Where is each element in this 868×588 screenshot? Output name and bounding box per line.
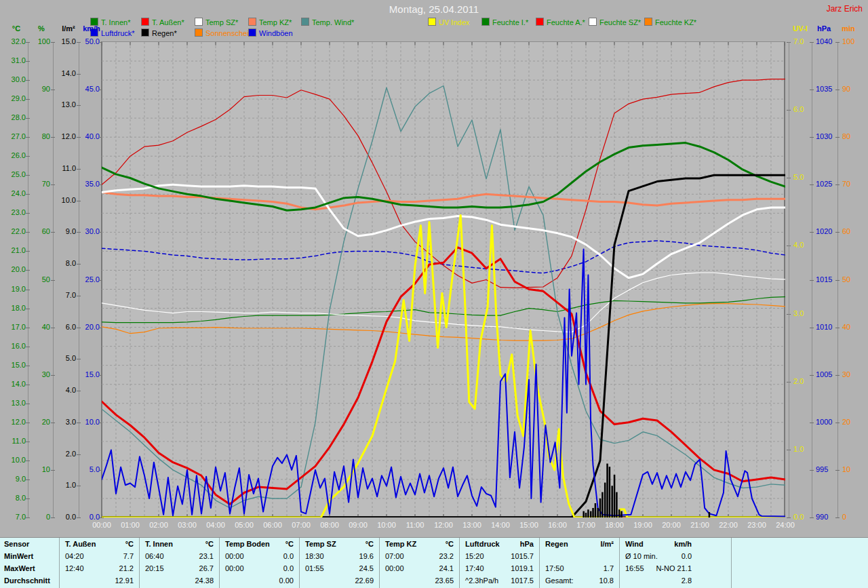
table-cell-value: 21.2 [119, 562, 134, 574]
tick-label-degC: 31.0 [0, 56, 26, 64]
rain-rate-bar [585, 513, 587, 517]
tick-mark-degC [26, 118, 30, 119]
table-cell-value: 24.1 [439, 562, 454, 574]
tick-label-degC: 23.0 [0, 208, 26, 216]
legend-swatch-icon [589, 18, 597, 26]
x-tick-label: 17:00 [576, 521, 595, 529]
tick-mark-degC [26, 80, 30, 81]
tick-mark-hpa [810, 375, 814, 376]
table-column-temp-kz: Temp KZ°C07:0023.200:0024.123.65 [380, 538, 460, 588]
tick-mark-lm2 [77, 105, 81, 106]
rain-rate-bar [609, 467, 611, 517]
x-tick-label: 02:00 [149, 521, 168, 529]
table-cell-time: ^2.3hPa/h [465, 574, 498, 587]
legend-item-feuchte-kz-[interactable]: Feuchte KZ* [644, 18, 696, 26]
table-column-t-innen: T. Innen°C06:4023.120:1526.724.38 [140, 538, 220, 588]
series-feuchte_a [102, 79, 785, 288]
legend-item-temp-kz-[interactable]: Temp KZ* [248, 18, 292, 26]
table-cell-value: °C [446, 538, 454, 550]
table-cell-time: Ø 10 min. [625, 550, 658, 562]
table-cell-time: Temp KZ [385, 538, 416, 550]
table-cell-time: 18:30 [305, 550, 324, 562]
table-cell-time: 00:00 [225, 562, 244, 574]
tick-mark-degC [26, 460, 30, 461]
tick-label-min: 20 [842, 418, 850, 426]
rain-rate-bar [597, 508, 599, 517]
tick-label-min: 30 [842, 370, 850, 378]
x-tick-label: 16:00 [548, 521, 567, 529]
tick-label-hpa: 1010 [816, 323, 832, 331]
legend-swatch-icon [644, 18, 652, 26]
legend-swatch-icon [481, 18, 490, 26]
tick-mark-lm2 [77, 454, 81, 455]
rain-rate-bar [618, 509, 620, 517]
tick-mark-degC [26, 442, 30, 442]
legend-item-regen-[interactable]: Regen* [141, 28, 177, 37]
tick-label-hpa: 995 [816, 465, 828, 473]
table-cell-value: hPa [520, 538, 534, 550]
x-tick-label: 23:00 [747, 521, 766, 529]
tick-mark-hpa [810, 90, 814, 90]
table-cell-value: 23.2 [439, 550, 454, 562]
tick-label-kmh: 0.0 [0, 513, 100, 521]
page-title: Montag, 25.04.2011 [0, 3, 868, 15]
table-cell-time: Wind [625, 538, 644, 550]
table-cell-time: 00:00 [225, 550, 244, 562]
legend-item-feuchte-i-[interactable]: Feuchte I.* [481, 18, 528, 26]
axis-unit-pct: % [38, 24, 45, 33]
table-cell-value: 23.65 [435, 574, 454, 587]
table-cell-value: 22.69 [355, 574, 374, 587]
table-cell-time: 15:20 [465, 550, 484, 562]
legend-item-feuchte-a-[interactable]: Feuchte A.* [536, 18, 585, 26]
tick-label-hpa: 1015 [816, 275, 832, 283]
legend-item-temp-wind-[interactable]: Temp. Wind* [301, 18, 354, 26]
legend-item-uv-index[interactable]: UV Index [428, 18, 469, 26]
legend-label: Regen* [152, 29, 177, 37]
tick-label-min: 100 [842, 37, 854, 45]
legend-item-temp-sz-[interactable]: Temp SZ* [195, 18, 238, 26]
table-row-label: Sensor [0, 538, 59, 550]
table-cell-time: 00:00 [385, 562, 404, 574]
table-cell-value: l/m² [600, 538, 614, 550]
table-cell-value: °C [205, 538, 214, 550]
weather-app-window: Montag, 25.04.2011 Jarz Erich T. Innen*T… [0, 0, 868, 588]
legend-item-feuchte-sz-[interactable]: Feuchte SZ* [589, 18, 641, 26]
tick-mark-degC [26, 479, 30, 480]
tick-label-hpa: 1040 [816, 37, 832, 45]
legend-item-t-au-en-[interactable]: T. Außen* [141, 18, 184, 26]
tick-mark-lm2 [77, 264, 81, 264]
table-row-labels-column: SensorMinWertMaxWertDurchschnitt [0, 538, 60, 588]
rain-rate-bar [595, 503, 597, 517]
legend-label: Feuchte SZ* [599, 18, 641, 26]
tick-label-lm2: 7.0 [0, 291, 76, 299]
tick-mark-min [835, 280, 840, 281]
plot-right-inner-border [789, 42, 789, 517]
tick-label-uv: 7.0 [793, 37, 804, 45]
tick-label-kmh: 45.0 [0, 85, 100, 93]
tick-mark-min [835, 470, 840, 471]
legend-item-windb-en[interactable]: Windböen [248, 28, 293, 37]
tick-label-min: 60 [842, 227, 850, 235]
tick-mark-min [835, 375, 840, 376]
tick-label-kmh: 50.0 [0, 37, 100, 45]
table-cell-time: Luftdruck [465, 538, 500, 550]
tick-label-min: 40 [842, 323, 850, 331]
tick-label-kmh: 25.0 [0, 275, 100, 283]
table-cell-value: 0.0 [682, 550, 726, 562]
table-cell-time: 01:55 [305, 562, 324, 574]
legend-item-sonnenschein[interactable]: Sonnenschein [195, 28, 253, 37]
legend-label: Temp SZ* [205, 18, 238, 26]
legend-swatch-icon [301, 18, 309, 26]
tick-label-hpa: 1030 [816, 132, 832, 140]
legend-swatch-icon [195, 18, 203, 26]
table-cell-value: 1019.1 [511, 562, 534, 574]
table-column-regen: Regenl/m²17:501.7Gesamt:10.8 [540, 538, 620, 588]
tick-label-min: 0 [842, 513, 846, 521]
tick-label-lm2: 1.0 [0, 481, 76, 489]
author-label: Jarz Erich [827, 4, 863, 14]
table-cell-time: Regen [545, 538, 568, 550]
x-tick-label: 13:00 [462, 521, 481, 529]
table-cell-value: °C [285, 538, 294, 550]
tick-mark-min [835, 42, 840, 43]
tick-label-lm2: 8.0 [0, 259, 76, 267]
